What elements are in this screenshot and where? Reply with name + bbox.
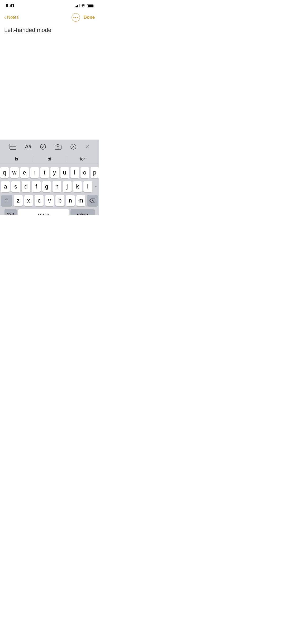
key-e[interactable]: e	[20, 167, 29, 178]
keyboard: is of for q w e r t y u i o p a s d f g …	[0, 153, 99, 215]
status-icons	[75, 4, 94, 7]
key-g[interactable]: g	[42, 181, 51, 192]
key-row-1: q w e r t y u i o p	[1, 167, 98, 178]
markup-button[interactable]: A	[68, 141, 79, 152]
predictive-word-1[interactable]: is	[0, 154, 33, 165]
key-w[interactable]: w	[10, 167, 19, 178]
key-j[interactable]: j	[63, 181, 72, 192]
format-text-icon: Aa	[25, 144, 31, 150]
format-button[interactable]: Aa	[23, 141, 33, 152]
back-button[interactable]: ‹ Notes	[4, 15, 19, 20]
key-y[interactable]: y	[50, 167, 59, 178]
svg-text:A: A	[72, 145, 75, 149]
close-toolbar-button[interactable]: ✕	[83, 141, 92, 152]
key-row-3: ⇧ z x c v b n m	[1, 195, 98, 206]
checklist-button[interactable]	[38, 141, 48, 152]
key-l[interactable]: l	[83, 181, 92, 192]
key-f[interactable]: f	[32, 181, 41, 192]
predictive-word-2[interactable]: of	[33, 154, 66, 165]
key-q[interactable]: q	[0, 167, 9, 178]
key-b[interactable]: b	[55, 195, 64, 206]
formatting-toolbar: Aa A ✕	[0, 140, 99, 153]
key-a[interactable]: a	[1, 181, 10, 192]
close-icon: ✕	[85, 144, 89, 150]
key-p[interactable]: p	[91, 167, 99, 178]
svg-point-7	[60, 145, 60, 146]
done-button[interactable]: Done	[84, 15, 95, 20]
key-u[interactable]: u	[60, 167, 69, 178]
note-content-area[interactable]: Left-handed mode	[0, 23, 99, 140]
key-s[interactable]: s	[11, 181, 20, 192]
svg-point-6	[57, 146, 59, 148]
key-o[interactable]: o	[81, 167, 89, 178]
key-r[interactable]: r	[30, 167, 39, 178]
space-key[interactable]: space	[18, 209, 69, 215]
signal-icon	[75, 4, 79, 7]
nav-bar: ‹ Notes Done	[0, 12, 99, 23]
svg-point-4	[40, 144, 46, 149]
key-h[interactable]: h	[53, 181, 61, 192]
key-d[interactable]: d	[22, 181, 30, 192]
checklist-icon	[40, 144, 46, 150]
wifi-icon	[81, 4, 85, 7]
table-button[interactable]	[7, 142, 18, 152]
key-v[interactable]: v	[45, 195, 54, 206]
battery-icon	[87, 4, 94, 7]
key-rows: q w e r t y u i o p a s d f g h j k l ›	[0, 165, 99, 215]
next-keyboard-button[interactable]: ›	[94, 181, 98, 192]
camera-button[interactable]	[53, 142, 64, 152]
delete-key[interactable]	[87, 195, 98, 206]
back-label: Notes	[7, 15, 19, 20]
key-t[interactable]: t	[40, 167, 49, 178]
predictive-bar: is of for	[0, 153, 99, 165]
predictive-word-3[interactable]: for	[66, 154, 99, 165]
key-i[interactable]: i	[70, 167, 79, 178]
note-title: Left-handed mode	[4, 27, 51, 33]
nav-right-actions: Done	[72, 13, 95, 22]
svg-rect-5	[55, 145, 61, 149]
key-z[interactable]: z	[14, 195, 23, 206]
camera-icon	[55, 144, 62, 150]
table-icon	[10, 144, 16, 150]
numbers-key[interactable]: 123	[4, 209, 17, 215]
more-icon	[73, 17, 78, 18]
key-row-4: 123 space return	[1, 209, 98, 215]
chevron-left-icon: ‹	[4, 14, 6, 20]
key-row-2: a s d f g h j k l ›	[1, 181, 98, 192]
key-n[interactable]: n	[66, 195, 75, 206]
markup-icon: A	[70, 144, 77, 150]
key-c[interactable]: c	[35, 195, 44, 206]
key-k[interactable]: k	[73, 181, 82, 192]
status-time: 9:41	[6, 3, 15, 8]
status-bar: 9:41	[0, 0, 99, 12]
more-button[interactable]	[72, 13, 80, 22]
key-x[interactable]: x	[24, 195, 33, 206]
key-m[interactable]: m	[76, 195, 85, 206]
return-key[interactable]: return	[70, 209, 95, 215]
shift-key[interactable]: ⇧	[1, 195, 12, 206]
